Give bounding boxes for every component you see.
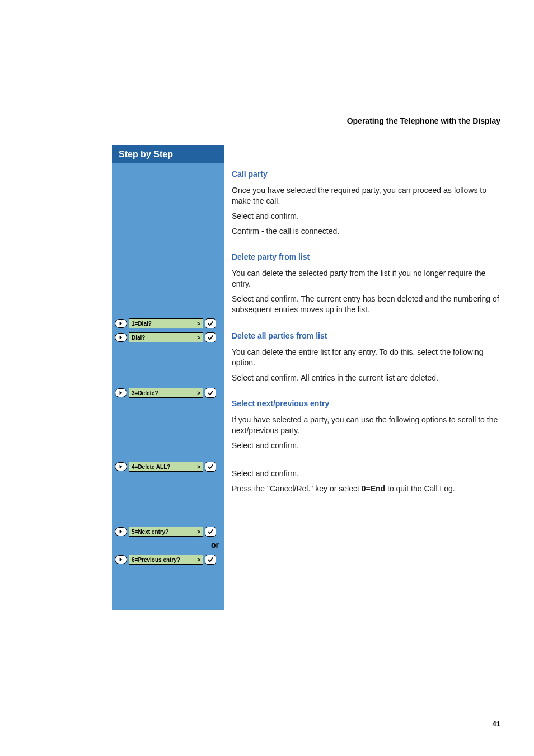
section-title-delete-all: Delete all parties from list (232, 331, 503, 341)
step-row-prev6: 6=Previous entry? > (112, 555, 216, 565)
display-label: 6=Previous entry? (132, 557, 180, 563)
page-number: 41 (493, 720, 500, 728)
paragraph: You can delete the selected party from t… (232, 268, 503, 289)
paragraph: Once you have selected the required part… (232, 185, 503, 206)
check-icon (205, 318, 216, 328)
sidebar: Step by Step (112, 145, 224, 610)
display-arrow: > (197, 321, 200, 327)
section-title-call-party: Call party (232, 169, 503, 180)
display-deleteall4: 4=Delete ALL? > (129, 462, 203, 472)
paragraph: Select and confirm. All entries in the c… (232, 373, 503, 383)
display-dial1: 1=Dial? > (129, 318, 203, 328)
paragraph: Select and confirm. (232, 440, 503, 451)
display-next5: 5=Next entry? > (129, 527, 203, 537)
header-rule (112, 129, 500, 129)
display-label: 1=Dial? (132, 321, 152, 327)
display-arrow: > (197, 557, 200, 563)
nav-right-icon (115, 333, 127, 342)
paragraph: Select and confirm. (232, 468, 503, 479)
display-dial: Dial? > (129, 332, 203, 342)
paragraph: Press the "Cancel/Rel." key or select 0=… (232, 483, 503, 494)
step-row-next5: 5=Next entry? > (112, 527, 216, 537)
step-row-dial1: 1=Dial? > (112, 318, 216, 328)
display-label: 4=Delete ALL? (132, 464, 170, 470)
page-header-title: Operating the Telephone with the Display (347, 116, 500, 125)
nav-right-icon (115, 388, 127, 397)
check-icon (205, 462, 216, 472)
paragraph: Select and confirm. (232, 211, 503, 222)
check-icon (205, 332, 216, 342)
text-fragment: Press the "Cancel/Rel." key or select (232, 484, 362, 493)
paragraph: You can delete the entire list for any e… (232, 347, 503, 368)
nav-right-icon (115, 527, 127, 536)
nav-right-icon (115, 462, 127, 471)
step-row-deleteall4: 4=Delete ALL? > (112, 462, 216, 472)
display-arrow: > (197, 390, 200, 396)
paragraph: If you have selected a party, you can us… (232, 415, 503, 436)
section-title-delete-party: Delete party from list (232, 252, 503, 262)
display-arrow: > (197, 335, 200, 341)
text-fragment: to quit the Call Log. (385, 484, 455, 493)
paragraph: Confirm - the call is connected. (232, 226, 503, 237)
paragraph: Select and confirm. The current entry ha… (232, 294, 503, 315)
nav-right-icon (115, 319, 127, 328)
display-label: Dial? (132, 335, 145, 341)
display-label: 3=Delete? (132, 390, 158, 396)
display-arrow: > (197, 464, 200, 470)
section-title-select-next: Select next/previous entry (232, 398, 503, 409)
display-prev6: 6=Previous entry? > (129, 555, 203, 565)
nav-right-icon (115, 555, 127, 564)
check-icon (205, 388, 216, 398)
step-row-dial: Dial? > (112, 332, 216, 342)
display-label: 5=Next entry? (132, 529, 168, 535)
step-row-delete3: 3=Delete? > (112, 388, 216, 398)
display-delete3: 3=Delete? > (129, 388, 203, 398)
bold-text: 0=End (362, 484, 385, 493)
display-arrow: > (197, 529, 200, 535)
sidebar-heading: Step by Step (112, 145, 224, 163)
check-icon (205, 527, 216, 537)
check-icon (205, 555, 216, 565)
or-label: or (211, 541, 219, 550)
